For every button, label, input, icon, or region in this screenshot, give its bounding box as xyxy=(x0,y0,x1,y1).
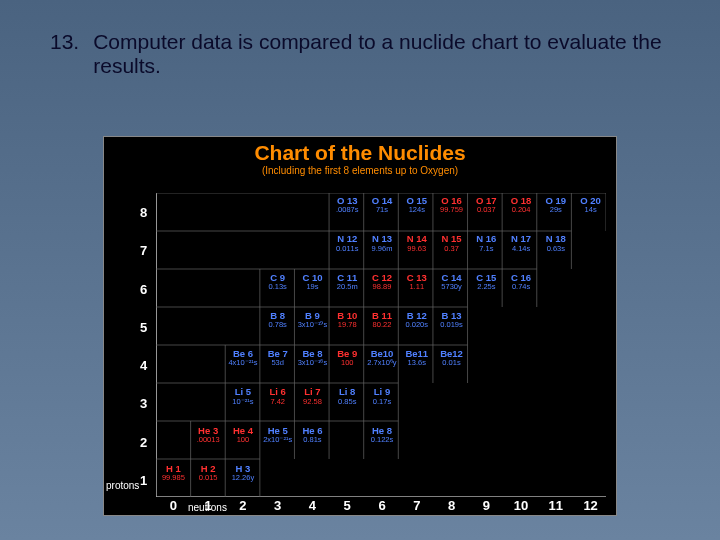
nuclide-cell: He 4100 xyxy=(226,423,261,461)
nuclide-cell: Li 510⁻²¹s xyxy=(226,384,261,422)
nuclide-chart: Chart of the Nuclides (Including the fir… xyxy=(103,136,617,516)
nuclide-cell: C 160.74s xyxy=(504,270,539,308)
nuclide-cell: B 130.019s xyxy=(434,308,469,346)
nuclide-cell: N 167.1s xyxy=(469,231,504,269)
nuclide-cell: Be102.7x10⁶y xyxy=(365,346,400,384)
nuclide-cell: N 139.96m xyxy=(365,231,400,269)
x-tick: 12 xyxy=(583,498,597,513)
chart-subtitle: (Including the first 8 elements up to Ox… xyxy=(104,165,616,176)
nuclide-cell: B 1180.22 xyxy=(365,308,400,346)
nuclide-cell: N 120.011s xyxy=(330,231,365,269)
x-tick: 5 xyxy=(344,498,351,513)
y-tick: 6 xyxy=(140,281,147,296)
nuclide-cell: B 80.78s xyxy=(260,308,295,346)
slide-body: Computer data is compared to a nuclide c… xyxy=(93,30,680,78)
nuclide-cell: O 1699.759 xyxy=(434,193,469,231)
y-tick: 2 xyxy=(140,434,147,449)
nuclide-cell: O 180.204 xyxy=(504,193,539,231)
y-axis-label: protons xyxy=(106,480,139,491)
nuclide-cell: Li 80.85s xyxy=(330,384,365,422)
nuclide-cell: Be 9100 xyxy=(330,346,365,384)
nuclide-cell: N 174.14s xyxy=(504,231,539,269)
slide-text: 13. Computer data is compared to a nucli… xyxy=(50,30,680,78)
x-tick: 10 xyxy=(514,498,528,513)
nuclide-cell: N 1499.63 xyxy=(399,231,434,269)
nuclide-cell: C 145730y xyxy=(434,270,469,308)
y-tick: 1 xyxy=(140,472,147,487)
nuclide-cell: Li 90.17s xyxy=(365,384,400,422)
x-tick: 1 xyxy=(205,498,212,513)
nuclide-cell: H 312.26y xyxy=(226,461,261,499)
nuclide-cell: C 1298.89 xyxy=(365,270,400,308)
nuclide-cell: O 1471s xyxy=(365,193,400,231)
x-tick: 3 xyxy=(274,498,281,513)
nuclide-cell: Be1113.6s xyxy=(399,346,434,384)
nuclide-cell: Be120.01s xyxy=(434,346,469,384)
nuclide-cell: O 1929s xyxy=(538,193,573,231)
y-tick: 7 xyxy=(140,243,147,258)
nuclide-cell: Be 83x10⁻¹⁶s xyxy=(295,346,330,384)
nuclide-cell: He 52x10⁻²¹s xyxy=(260,423,295,461)
nuclide-cell: Be 64x10⁻²¹s xyxy=(226,346,261,384)
nuclide-cell: Be 753d xyxy=(260,346,295,384)
chart-title: Chart of the Nuclides xyxy=(104,141,616,165)
x-tick: 2 xyxy=(239,498,246,513)
y-tick: 8 xyxy=(140,205,147,220)
nuclide-cell: He 3.00013 xyxy=(191,423,226,461)
nuclide-cell: O 13.0087s xyxy=(330,193,365,231)
nuclide-cell: C 152.25s xyxy=(469,270,504,308)
x-tick: 8 xyxy=(448,498,455,513)
nuclide-cell: N 180.63s xyxy=(538,231,573,269)
nuclide-cell: H 199.985 xyxy=(156,461,191,499)
nuclide-cell: He 80.122s xyxy=(365,423,400,461)
x-tick: 6 xyxy=(378,498,385,513)
nuclide-cell: B 120.020s xyxy=(399,308,434,346)
y-tick: 5 xyxy=(140,319,147,334)
x-tick: 0 xyxy=(170,498,177,513)
nuclide-cell: O 170.037 xyxy=(469,193,504,231)
y-tick: 4 xyxy=(140,358,147,373)
x-tick: 11 xyxy=(549,498,563,513)
y-tick: 3 xyxy=(140,396,147,411)
nuclide-cell: O 15124s xyxy=(399,193,434,231)
nuclide-cell: B 1019.78 xyxy=(330,308,365,346)
nuclide-cell: Li 792.58 xyxy=(295,384,330,422)
x-tick: 7 xyxy=(413,498,420,513)
nuclide-cell: N 150.37 xyxy=(434,231,469,269)
nuclide-cell: He 60.81s xyxy=(295,423,330,461)
nuclide-cell: C 1120.5m xyxy=(330,270,365,308)
slide-number: 13. xyxy=(50,30,79,78)
nuclide-cell: B 93x10⁻¹⁹s xyxy=(295,308,330,346)
nuclide-cell: C 1019s xyxy=(295,270,330,308)
nuclide-cell: Li 67.42 xyxy=(260,384,295,422)
nuclide-cell: C 131.11 xyxy=(399,270,434,308)
nuclide-cell: O 2014s xyxy=(573,193,608,231)
x-tick: 9 xyxy=(483,498,490,513)
x-tick: 4 xyxy=(309,498,316,513)
nuclide-cell: C 90.13s xyxy=(260,270,295,308)
nuclide-cell: H 20.015 xyxy=(191,461,226,499)
